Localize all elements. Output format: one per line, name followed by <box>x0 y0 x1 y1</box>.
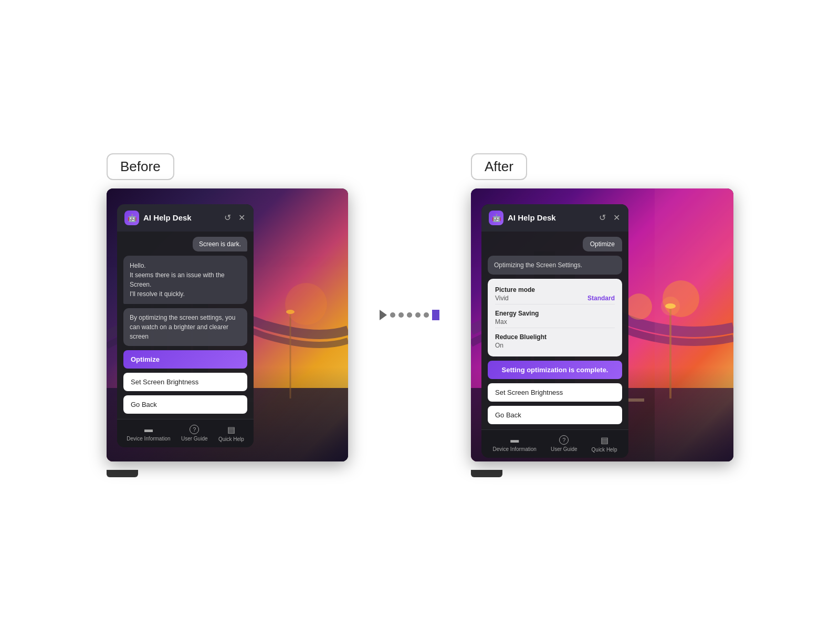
after-user-guide[interactable]: ? User Guide <box>551 435 578 453</box>
arrow-right <box>432 310 439 320</box>
after-header-left: 🤖 AI Help Desk <box>489 211 556 225</box>
after-panel-body: Optimize Optimizing the Screen Settings.… <box>481 232 628 429</box>
before-tv-frame: 🤖 AI Help Desk ↺ ✕ Screen is dark. Hello… <box>107 188 348 461</box>
before-header-left: 🤖 AI Help Desk <box>124 211 192 225</box>
settings-new-picture-mode: Standard <box>587 295 615 302</box>
before-bot-message-2: By optimizing the screen settings, you c… <box>123 308 247 346</box>
settings-new-bluelight: On <box>495 342 503 349</box>
dot-4 <box>415 312 421 318</box>
before-reset-btn[interactable]: ↺ <box>223 212 232 224</box>
arrow-left <box>380 310 387 320</box>
after-complete-button[interactable]: Setting optimization is complete. <box>488 361 622 379</box>
before-panel-body: Screen is dark. Hello. It seems there is… <box>117 232 254 419</box>
settings-row-picture-mode: Picture mode Vivid Standard <box>495 284 615 304</box>
after-panel-footer: ▬ Device Information ? User Guide ▤ Quic… <box>481 429 628 458</box>
svg-point-12 <box>285 283 327 325</box>
before-brightness-button[interactable]: Set Screen Brightness <box>123 373 247 391</box>
before-panel-title: AI Help Desk <box>143 213 192 222</box>
after-panel-header: 🤖 AI Help Desk ↺ ✕ <box>481 204 628 232</box>
before-device-info-label: Device Information <box>127 436 170 442</box>
before-panel-header: 🤖 AI Help Desk ↺ ✕ <box>117 204 254 232</box>
after-user-guide-icon: ? <box>559 435 569 445</box>
after-status-message: Optimizing the Screen Settings. <box>488 256 622 275</box>
after-optimize-response-btn[interactable]: Optimize <box>583 237 622 251</box>
before-quick-help[interactable]: ▤ Quick Help <box>218 425 244 442</box>
after-panel-title: AI Help Desk <box>508 213 556 222</box>
dot-2 <box>398 312 404 318</box>
after-quick-help[interactable]: ▤ Quick Help <box>592 435 617 453</box>
settings-old-picture-mode: Vivid <box>495 295 509 302</box>
after-header-actions: ↺ ✕ <box>598 212 621 224</box>
main-container: Before <box>0 132 840 498</box>
before-panel-wrapper: Before <box>107 153 348 477</box>
after-helpdesk-panel: 🤖 AI Help Desk ↺ ✕ Optimize Opt <box>481 204 628 458</box>
before-quick-help-icon: ▤ <box>227 425 235 435</box>
settings-new-energy: Max <box>495 318 507 326</box>
settings-row-energy: Energy Saving Max <box>495 308 615 328</box>
before-user-guide-icon: ? <box>190 425 199 434</box>
after-device-info-label: Device Information <box>493 446 537 452</box>
before-label: Before <box>107 153 174 180</box>
settings-values-energy: Max <box>495 317 615 326</box>
after-close-btn[interactable]: ✕ <box>612 212 621 224</box>
settings-values-picture-mode: Vivid Standard <box>495 293 615 302</box>
before-bot-icon: 🤖 <box>124 211 139 225</box>
before-device-info-icon: ▬ <box>144 425 153 434</box>
before-user-guide-label: User Guide <box>181 436 208 442</box>
after-settings-card: Picture mode Vivid Standard Energy Savin… <box>488 279 622 356</box>
svg-point-27 <box>661 297 680 316</box>
before-bot-message-1: Hello. It seems there is an issue with t… <box>123 256 247 304</box>
settings-label-picture-mode: Picture mode <box>495 286 615 293</box>
svg-point-18 <box>626 293 652 320</box>
after-device-info-icon: ▬ <box>510 435 519 445</box>
transition-arrow <box>380 310 439 320</box>
after-quick-help-icon: ▤ <box>601 435 608 445</box>
before-goback-button[interactable]: Go Back <box>123 395 247 414</box>
settings-row-bluelight: Reduce Bluelight On <box>495 331 615 351</box>
after-optimize-response-wrapper: Optimize <box>488 237 622 251</box>
settings-label-bluelight: Reduce Bluelight <box>495 333 615 341</box>
after-user-guide-label: User Guide <box>551 446 578 452</box>
after-brightness-button[interactable]: Set Screen Brightness <box>488 383 622 402</box>
before-device-info[interactable]: ▬ Device Information <box>127 425 170 442</box>
before-panel-footer: ▬ Device Information ? User Guide ▤ Quic… <box>117 419 254 447</box>
before-header-actions: ↺ ✕ <box>223 212 246 224</box>
settings-label-energy: Energy Saving <box>495 310 615 317</box>
before-helpdesk-panel: 🤖 AI Help Desk ↺ ✕ Screen is dark. Hello… <box>117 204 254 447</box>
before-quick-help-label: Quick Help <box>218 436 244 442</box>
dot-3 <box>407 312 412 318</box>
after-device-info[interactable]: ▬ Device Information <box>493 435 537 453</box>
before-user-message: Screen is dark. <box>193 237 247 251</box>
dot-5 <box>424 312 429 318</box>
after-panel-wrapper: After <box>471 153 733 477</box>
settings-values-bluelight: On <box>495 341 615 349</box>
before-user-guide[interactable]: ? User Guide <box>181 425 208 442</box>
after-quick-help-label: Quick Help <box>592 447 617 453</box>
before-tv-stand <box>107 470 138 477</box>
after-tv-stand <box>471 470 502 477</box>
dot-1 <box>390 312 395 318</box>
after-label: After <box>471 153 527 180</box>
before-close-btn[interactable]: ✕ <box>237 212 246 224</box>
after-bot-icon: 🤖 <box>489 211 503 225</box>
after-reset-btn[interactable]: ↺ <box>598 212 607 224</box>
after-tv-frame: 🤖 AI Help Desk ↺ ✕ Optimize Opt <box>471 188 733 461</box>
after-goback-button[interactable]: Go Back <box>488 406 622 424</box>
before-optimize-button[interactable]: Optimize <box>123 350 247 369</box>
